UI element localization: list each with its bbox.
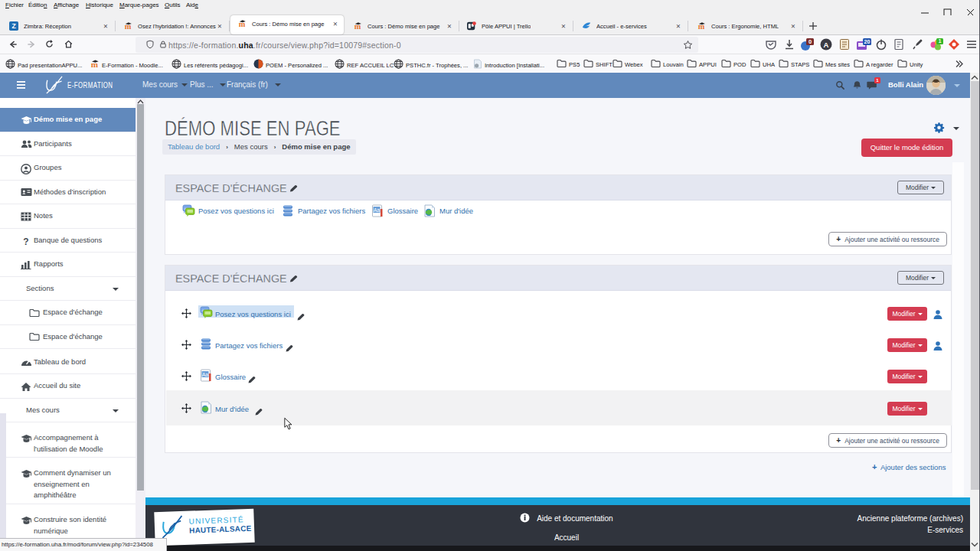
svg-text:?: ?: [23, 236, 28, 247]
svg-text:HAUTE-ALSACE: HAUTE-ALSACE: [189, 524, 252, 535]
svg-text:Z: Z: [11, 22, 15, 30]
svg-text:20: 20: [864, 39, 871, 44]
svg-text:0: 0: [808, 38, 812, 45]
svg-text:UNIVERSITÉ: UNIVERSITÉ: [188, 514, 243, 526]
svg-text:1: 1: [939, 38, 942, 44]
svg-text:A: A: [824, 41, 829, 49]
svg-text:Aa: Aa: [202, 372, 208, 377]
svg-text:Aa: Aa: [374, 207, 380, 213]
